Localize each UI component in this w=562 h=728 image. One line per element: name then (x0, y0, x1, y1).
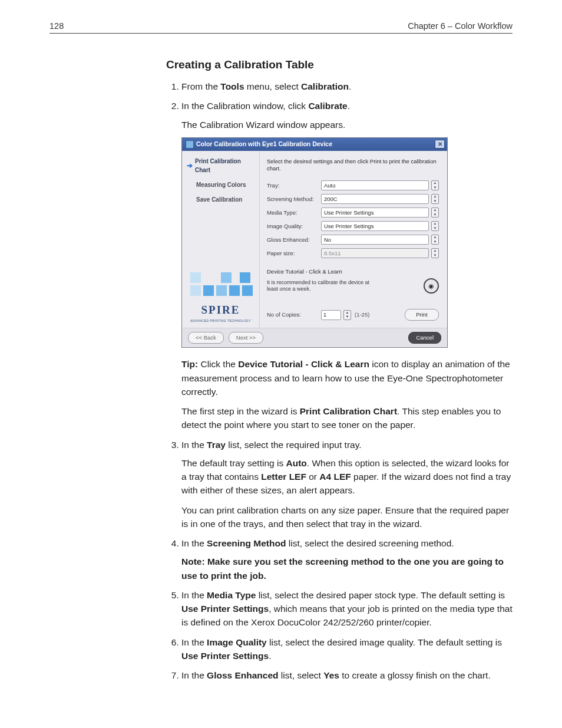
text: . (269, 651, 271, 661)
text: list, select the desired screening metho… (286, 538, 454, 548)
close-button[interactable]: ✕ (435, 140, 445, 149)
sidebar-step-print-chart[interactable]: ➔ Print Calibration Chart (187, 157, 254, 174)
text: menu, select (244, 81, 302, 91)
label-copies: No of Copies: (267, 311, 321, 319)
text: The Calibration Wizard window appears. (181, 118, 513, 131)
cancel-button[interactable]: Cancel (408, 332, 441, 344)
app-icon (186, 140, 194, 149)
text: . (349, 81, 351, 91)
text: In the (181, 590, 207, 600)
text: The default tray setting is (181, 458, 286, 468)
arrow-right-icon: ➔ (187, 162, 193, 169)
sidebar-step-label: Print Calibration Chart (195, 157, 254, 174)
text: Click the (200, 359, 238, 369)
bold: Image Quality (207, 637, 267, 647)
row-tray: Tray: Auto ▲▼ (267, 180, 439, 190)
text: From the (181, 81, 220, 91)
bold: Use Printer Settings (181, 604, 269, 614)
text: to create a glossy finish on the chart. (339, 670, 491, 680)
page: 128 Chapter 6 – Color Workflow Creating … (0, 0, 562, 728)
print-button[interactable]: Print (405, 309, 439, 321)
decorative-squares (187, 272, 254, 296)
bold: Calibration (301, 81, 349, 91)
stepper-icon[interactable]: ▲▼ (431, 194, 439, 204)
text: or (306, 472, 319, 482)
dialog-body: ➔ Print Calibration Chart Measuring Colo… (182, 151, 447, 328)
calibration-dialog: Color Calibration with Eye1 Calibration … (181, 137, 448, 348)
bold: Yes (323, 670, 339, 680)
step-6: In the Image Quality list, select the de… (181, 635, 513, 663)
screening-select[interactable]: 200C (321, 194, 429, 204)
sidebar-step-measuring[interactable]: Measuring Colors (187, 180, 254, 189)
note-text: Make sure you set the screening method t… (181, 556, 504, 580)
spire-logo: SPIRE (187, 302, 254, 319)
gloss-select[interactable]: No (321, 235, 429, 245)
text: In the (181, 440, 207, 450)
step-7: In the Gloss Enhanced list, select Yes t… (181, 668, 513, 682)
copies-range: (1-25) (355, 311, 369, 319)
tray-select[interactable]: Auto (321, 180, 429, 190)
page-number: 128 (49, 21, 64, 31)
text: list, select the required input tray. (226, 440, 362, 450)
step-4-note: Note: Make sure you set the screening me… (181, 555, 513, 582)
tip-paragraph: Tip: Click the Device Tutorial - Click &… (181, 357, 513, 398)
bold: Tray (207, 440, 226, 450)
next-button[interactable]: Next >> (229, 332, 263, 344)
stepper-icon[interactable]: ▲▼ (431, 180, 439, 190)
label-media: Media Type: (267, 209, 321, 217)
step-2-body: The Calibration Wizard window appears. C… (181, 118, 513, 432)
bold: Use Printer Settings (181, 651, 269, 661)
row-copies: No of Copies: 1 ▲▼ (1-25) Print (267, 309, 439, 321)
quality-select[interactable]: Use Printer Settings (321, 221, 429, 231)
spire-block: SPIRE Advanced Printing Technology (187, 272, 254, 323)
text: . (348, 101, 350, 111)
film-icon: ◉ (428, 281, 434, 291)
sidebar-step-label: Measuring Colors (196, 180, 246, 189)
tip-label: Tip: (181, 359, 200, 369)
copies-input[interactable]: 1 (321, 310, 341, 320)
sidebar-step-label: Save Calibration (196, 195, 242, 204)
text: list, select the desired paper stock typ… (256, 590, 505, 600)
dialog-footer: << Back Next >> Cancel (182, 328, 447, 347)
step-4: In the Screening Method list, select the… (181, 536, 513, 582)
bold: Auto (286, 458, 306, 468)
label-paper: Paper size: (267, 249, 321, 258)
label-tray: Tray: (267, 182, 321, 190)
bold: Screening Method (207, 538, 286, 548)
text: list, select (279, 670, 324, 680)
row-quality: Image Quality: Use Printer Settings ▲▼ (267, 221, 439, 231)
dialog-titlebar: Color Calibration with Eye1 Calibration … (182, 138, 447, 151)
dialog-instructions: Select the desired settings and then cli… (267, 158, 439, 173)
stepper-icon[interactable]: ▲▼ (431, 235, 439, 245)
sidebar-step-save[interactable]: Save Calibration (187, 195, 254, 204)
step-3: In the Tray list, select the required in… (181, 438, 513, 531)
row-paper: Paper size: 8.5x11 ▲▼ (267, 248, 439, 258)
mid-paragraph: The first step in the wizard is Print Ca… (181, 404, 513, 432)
text: In the (181, 637, 207, 647)
step-2: In the Calibration window, click Calibra… (181, 99, 513, 431)
tutorial-label: Device Tutorial - Click & Learn (267, 268, 439, 276)
bold: A4 LEF (319, 472, 351, 482)
dialog-sidebar: ➔ Print Calibration Chart Measuring Colo… (182, 151, 260, 328)
section-title: Creating a Calibration Table (166, 58, 513, 71)
step-3-p2: You can print calibration charts on any … (181, 503, 513, 531)
step-3-p1: The default tray setting is Auto. When t… (181, 456, 513, 498)
row-media: Media Type: Use Printer Settings ▲▼ (267, 207, 439, 218)
paper-select: 8.5x11 (321, 248, 429, 258)
stepper-icon[interactable]: ▲▼ (431, 221, 439, 231)
label-gloss: Gloss Enhanced: (267, 236, 321, 244)
tutorial-button[interactable]: ◉ (424, 278, 439, 294)
bold: Device Tutorial - Click & Learn (238, 359, 369, 369)
media-select[interactable]: Use Printer Settings (321, 207, 429, 218)
bold: Calibrate (308, 101, 347, 111)
step-5: In the Media Type list, select the desir… (181, 588, 513, 630)
bold: Gloss Enhanced (207, 670, 278, 680)
label-screening: Screening Method: (267, 195, 321, 203)
stepper-icon[interactable]: ▲▼ (431, 207, 439, 218)
text: In the Calibration window, click (181, 101, 308, 111)
back-button[interactable]: << Back (188, 332, 224, 344)
step-1: From the Tools menu, select Calibration. (181, 80, 513, 93)
note-label: Note: (181, 556, 207, 566)
tutorial-text: It is recommended to calibrate the devic… (267, 279, 379, 293)
stepper-icon[interactable]: ▲▼ (343, 310, 351, 320)
